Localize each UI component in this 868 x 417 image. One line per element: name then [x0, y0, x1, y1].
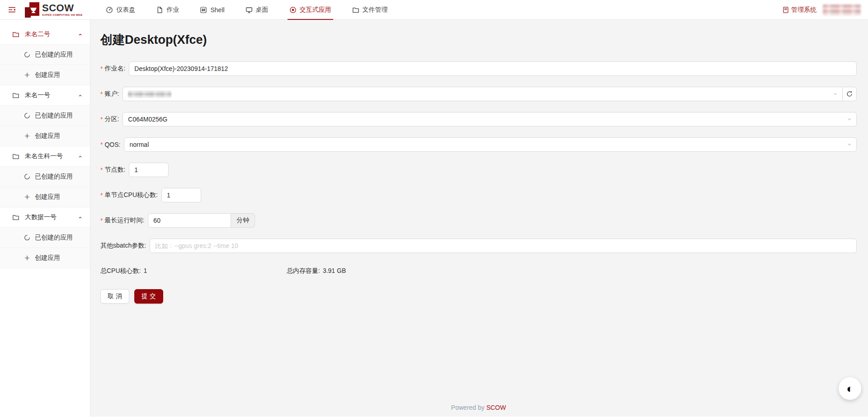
job-name-label: 作业名:: [104, 65, 125, 73]
chevron-down-icon: [833, 91, 838, 97]
cancel-button[interactable]: 取 消: [100, 289, 129, 304]
nav-desktop[interactable]: 桌面: [244, 0, 270, 20]
sidebar-group-weiming1: 未名一号 已创建的应用 创建应用: [0, 85, 90, 146]
sidebar: 未名二号 已创建的应用 创建应用 未名一号: [0, 20, 90, 417]
qos-value: normal: [129, 141, 149, 148]
nav-dashboard[interactable]: 仪表盘: [104, 0, 137, 20]
admin-label: 管理系统: [791, 6, 816, 14]
submit-button[interactable]: 提 交: [134, 289, 163, 304]
form-actions: 取 消 提 交: [100, 289, 857, 304]
job-name-input[interactable]: [129, 61, 857, 76]
sbatch-label: 其他sbatch参数:: [100, 242, 146, 250]
brand-tagline: SUPER COMPUTING ON WEB: [42, 14, 82, 17]
contrast-icon: ◐: [846, 383, 854, 394]
sbatch-options-input[interactable]: [150, 239, 857, 253]
cores-per-node-input[interactable]: [161, 188, 201, 202]
shell-icon: [200, 6, 207, 14]
nav-shell[interactable]: Shell: [198, 0, 226, 20]
sidebar-group-header-lifesci1[interactable]: 未名生科一号: [0, 146, 90, 167]
form-row-account: * 账户:: [100, 87, 857, 101]
chevron-up-icon: [78, 154, 83, 159]
sidebar-item-label: 创建应用: [35, 254, 60, 262]
nodes-label: 节点数:: [104, 166, 125, 174]
sidebar-item-label: 创建应用: [35, 132, 60, 140]
brand-name: SCOW: [42, 3, 82, 13]
sidebar-group-header-weiming1[interactable]: 未名一号: [0, 85, 90, 106]
resource-summary: 总CPU核心数:1 总内存容量:3.91 GB: [100, 264, 857, 278]
nodes-input[interactable]: [129, 163, 169, 177]
qos-label: QOS:: [104, 141, 120, 148]
target-icon: [289, 6, 297, 14]
folder-icon: [12, 214, 19, 221]
sidebar-item-created-apps[interactable]: 已创建的应用: [0, 228, 90, 248]
loading-icon: [24, 112, 30, 119]
account-label: 账户:: [104, 90, 119, 98]
sidebar-group-label: 未名一号: [25, 91, 50, 99]
form-row-qos: * QOS: normal: [100, 137, 857, 152]
total-cpu: 总CPU核心数:1: [100, 267, 287, 275]
form-row-sbatch: 其他sbatch参数:: [100, 239, 857, 253]
sidebar-item-label: 已创建的应用: [35, 234, 73, 242]
required-asterisk: *: [100, 166, 103, 173]
sidebar-item-create-app[interactable]: 创建应用: [0, 126, 90, 146]
plus-icon: [24, 255, 30, 261]
nav-label: 交互式应用: [300, 6, 331, 14]
scow-logo-icon: [25, 2, 39, 18]
sidebar-item-label: 创建应用: [35, 193, 60, 201]
nav-file-manager[interactable]: 文件管理: [350, 0, 390, 20]
sidebar-group-header-bigdata1[interactable]: 大数据一号: [0, 207, 90, 228]
create-app-form: * 作业名: * 账户:: [100, 61, 857, 397]
loading-icon: [24, 173, 30, 180]
chevron-down-icon: [847, 142, 852, 147]
folder-icon: [352, 6, 359, 14]
required-asterisk: *: [100, 192, 103, 199]
max-time-label: 最长运行时间:: [104, 216, 144, 225]
loading-icon: [24, 234, 30, 241]
form-row-max-time: * 最长运行时间: 分钟: [100, 213, 857, 228]
scow-app: SCOW SUPER COMPUTING ON WEB 仪表盘 作业 Shell…: [0, 0, 868, 417]
sidebar-item-create-app[interactable]: 创建应用: [0, 187, 90, 207]
nav-label: 桌面: [256, 6, 269, 14]
page-title: 创建Desktop(Xfce): [100, 32, 857, 48]
sidebar-item-create-app[interactable]: 创建应用: [0, 248, 90, 268]
top-bar: SCOW SUPER COMPUTING ON WEB 仪表盘 作业 Shell…: [0, 0, 868, 20]
partition-select[interactable]: C064M0256G: [123, 112, 857, 127]
file-icon: [156, 6, 163, 14]
sidebar-item-created-apps[interactable]: 已创建的应用: [0, 167, 90, 187]
top-nav: 仪表盘 作业 Shell 桌面 交互式应用 文件管理: [104, 0, 406, 20]
plus-icon: [24, 72, 30, 78]
sidebar-group-header-weiming2[interactable]: 未名二号: [0, 24, 90, 45]
nav-label: Shell: [210, 6, 224, 14]
sidebar-group-weiming-lifesci1: 未名生科一号 已创建的应用 创建应用: [0, 146, 90, 207]
reload-icon: [846, 91, 853, 97]
theme-toggle-button[interactable]: ◐: [839, 377, 861, 400]
nav-jobs[interactable]: 作业: [154, 0, 181, 20]
required-asterisk: *: [100, 141, 103, 148]
chevron-down-icon: [847, 117, 852, 122]
user-menu-redacted[interactable]: [823, 5, 861, 15]
form-row-job-name: * 作业名:: [100, 61, 857, 76]
account-select[interactable]: [123, 87, 843, 101]
desktop-icon: [245, 6, 253, 14]
qos-select[interactable]: normal: [124, 137, 857, 152]
loading-icon: [24, 52, 30, 58]
scow-logo[interactable]: SCOW SUPER COMPUTING ON WEB: [25, 2, 82, 18]
dashboard-icon: [106, 6, 113, 14]
nav-interactive-apps[interactable]: 交互式应用: [288, 0, 333, 20]
sidebar-item-created-apps[interactable]: 已创建的应用: [0, 45, 90, 65]
required-asterisk: *: [100, 116, 103, 123]
sidebar-item-created-apps[interactable]: 已创建的应用: [0, 106, 90, 126]
partition-value: C064M0256G: [128, 116, 167, 123]
sidebar-group-weiming2: 未名二号 已创建的应用 创建应用: [0, 24, 90, 85]
refresh-accounts-button[interactable]: [842, 87, 857, 101]
sidebar-item-create-app[interactable]: 创建应用: [0, 65, 90, 85]
form-row-cores: * 单节点CPU核心数:: [100, 188, 857, 202]
scow-footer-link[interactable]: SCOW: [486, 404, 506, 411]
plus-icon: [24, 194, 30, 200]
account-value-redacted: [128, 91, 171, 98]
admin-system-link[interactable]: 管理系统: [782, 6, 816, 14]
main-content: 创建Desktop(Xfce) * 作业名: * 账户:: [90, 20, 868, 417]
max-time-input[interactable]: [148, 213, 231, 228]
form-row-partition: * 分区: C064M0256G: [100, 112, 857, 127]
menu-fold-icon[interactable]: [8, 6, 16, 14]
